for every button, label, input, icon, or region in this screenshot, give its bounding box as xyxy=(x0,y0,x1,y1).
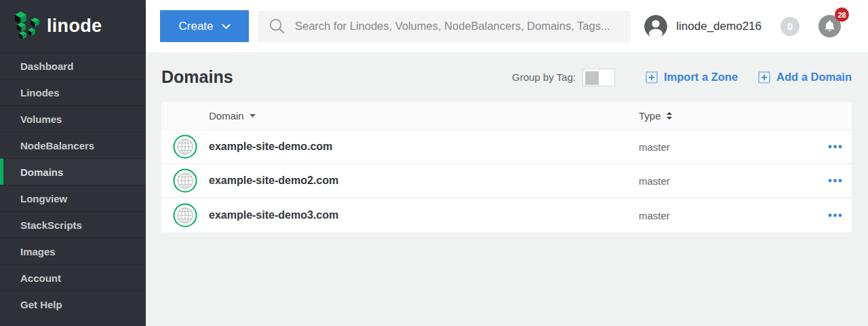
table-row: example-site-demo3.com master xyxy=(161,198,852,232)
sidebar-item[interactable]: Volumes xyxy=(0,105,146,132)
sidebar-item-label: Get Help xyxy=(20,299,62,310)
domain-globe-icon xyxy=(161,203,209,228)
status-count-badge[interactable]: 0 xyxy=(781,17,800,36)
username[interactable]: linode_demo216 xyxy=(676,20,762,33)
ellipsis-menu-icon xyxy=(828,179,842,183)
domain-name-link[interactable]: example-site-demo.com xyxy=(209,141,639,153)
import-zone-label: Import a Zone xyxy=(664,71,738,84)
column-header-domain[interactable]: Domain xyxy=(209,110,639,122)
sidebar-item[interactable]: Linodes xyxy=(0,79,146,105)
plus-square-icon xyxy=(646,71,658,84)
domains-table: Domain Type xyxy=(161,102,852,232)
table-body: example-site-demo.com master xyxy=(161,130,852,232)
sort-both-icon xyxy=(667,112,672,120)
sidebar-item-label: StackScripts xyxy=(20,219,82,231)
domain-globe-icon xyxy=(161,134,209,159)
create-button-label: Create xyxy=(178,20,213,33)
sidebar-item[interactable]: Longview xyxy=(0,185,146,211)
sidebar-item-label: Account xyxy=(20,272,61,284)
column-header-type-label: Type xyxy=(639,110,661,122)
group-by-tag-toggle[interactable] xyxy=(583,69,615,86)
plus-square-icon xyxy=(758,71,770,84)
avatar[interactable] xyxy=(644,15,667,38)
add-domain-label: Add a Domain xyxy=(776,71,852,84)
topbar: Create xyxy=(146,0,868,52)
page-header: Domains Group by Tag: Import a Zone xyxy=(161,52,852,102)
domain-type: master xyxy=(639,175,811,187)
group-by-tag-label: Group by Tag: xyxy=(512,71,576,83)
sidebar-item[interactable]: StackScripts xyxy=(0,211,146,238)
table-row: example-site-demo.com master xyxy=(161,130,852,164)
user-cluster: linode_demo216 0 28 xyxy=(644,15,841,38)
sidebar-item[interactable]: Images xyxy=(0,238,146,264)
main-content: Domains Group by Tag: Import a Zone xyxy=(146,52,868,326)
import-zone-link[interactable]: Import a Zone xyxy=(646,71,738,84)
table-header: Domain Type xyxy=(161,102,852,130)
search-icon xyxy=(269,18,285,34)
sidebar-item[interactable]: Dashboard xyxy=(0,52,146,79)
chevron-down-icon xyxy=(222,24,231,29)
sidebar-item[interactable]: NodeBalancers xyxy=(0,132,146,158)
sidebar-item-label: NodeBalancers xyxy=(20,140,94,151)
search-bar[interactable] xyxy=(258,11,631,42)
create-button[interactable]: Create xyxy=(160,10,249,42)
add-domain-link[interactable]: Add a Domain xyxy=(758,71,852,84)
ellipsis-menu-icon xyxy=(828,213,842,217)
table-row: example-site-demo2.com master xyxy=(161,164,852,198)
row-actions-menu-button[interactable] xyxy=(828,179,852,183)
sidebar-item[interactable]: Get Help xyxy=(0,291,146,317)
page-controls: Group by Tag: Import a Zone xyxy=(512,69,852,86)
logo[interactable]: linode xyxy=(0,0,146,52)
sidebar-item-label: Volumes xyxy=(20,113,62,125)
toggle-knob xyxy=(585,71,599,85)
sidebar-item[interactable]: Account xyxy=(0,264,146,291)
sort-desc-icon xyxy=(250,114,256,117)
sidebar-item-label: Images xyxy=(20,246,56,257)
ellipsis-menu-icon xyxy=(828,145,842,149)
domain-type: master xyxy=(639,210,811,221)
notification-count-badge: 28 xyxy=(835,7,849,22)
sidebar-item-label: Longview xyxy=(20,193,67,204)
domain-name-link[interactable]: example-site-demo2.com xyxy=(209,175,639,187)
row-actions-menu-button[interactable] xyxy=(828,145,852,149)
notifications-button[interactable]: 28 xyxy=(818,15,841,37)
domain-type: master xyxy=(639,141,811,153)
domain-globe-icon xyxy=(161,168,209,193)
brand-name: linode xyxy=(47,16,102,37)
page-title: Domains xyxy=(161,67,233,87)
column-header-type[interactable]: Type xyxy=(639,110,811,122)
column-header-domain-label: Domain xyxy=(209,110,244,122)
sidebar-item[interactable]: Domains xyxy=(0,158,146,185)
sidebar: linode Dashboard Linodes Volumes NodeBal… xyxy=(0,0,146,326)
sidebar-item-label: Dashboard xyxy=(20,60,73,72)
sidebar-nav: Dashboard Linodes Volumes NodeBalancers … xyxy=(0,52,146,317)
sidebar-item-label: Domains xyxy=(20,166,63,178)
search-input[interactable] xyxy=(294,19,612,33)
sidebar-item-label: Linodes xyxy=(20,87,60,98)
linode-cubes-icon xyxy=(14,11,41,42)
app-window: linode Dashboard Linodes Volumes NodeBal… xyxy=(0,0,868,326)
domain-name-link[interactable]: example-site-demo3.com xyxy=(209,209,639,221)
row-actions-menu-button[interactable] xyxy=(828,213,852,217)
